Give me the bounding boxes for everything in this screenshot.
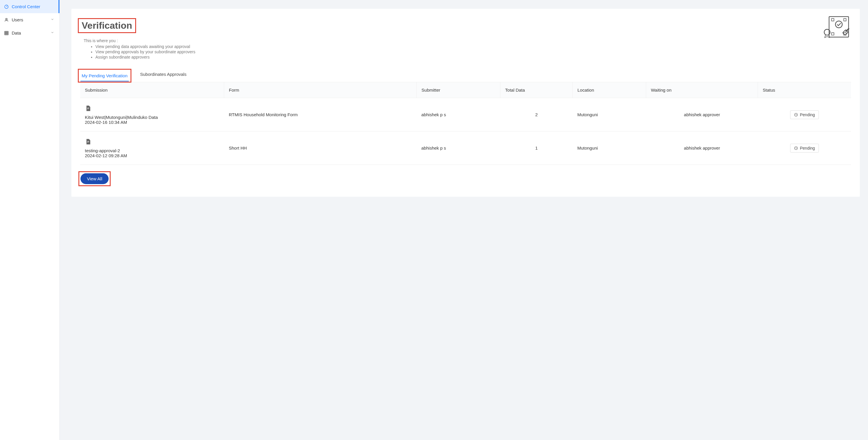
view-all-label: View All [87,176,102,181]
cell-location: Mutonguni [573,131,646,165]
col-total-data: Total Data [500,82,573,98]
intro-item: Assign subordinate approvers [95,55,195,59]
verification-card: Verification This is where you : View pe… [71,9,860,197]
main-content: Verification This is where you : View pe… [60,0,868,440]
intro-lead: This is where you : [84,38,195,43]
view-all-highlight: View All [79,171,111,186]
status-label: Pending [800,146,815,150]
cell-submitter: abhishek p s [417,131,500,165]
table-row[interactable]: testing-approval-2 2024-02-12 09:28 AM S… [80,131,851,165]
verification-hero-icon [822,14,851,41]
cell-location: Mutonguni [573,98,646,131]
sidebar-item-label: Control Center [12,4,40,9]
clock-icon [794,146,798,150]
status-label: Pending [800,112,815,117]
svg-rect-2 [5,31,8,35]
tabs: My Pending Verification Subordinates App… [80,69,851,82]
col-status: Status [758,82,851,98]
tab-label: Subordinates Approvals [140,72,186,77]
intro-item: View pending data approvals awaiting you… [95,44,195,49]
svg-rect-11 [87,142,89,142]
table-header-row: Submission Form Submitter Total Data Loc… [80,82,851,98]
sidebar-item-label: Data [12,30,21,35]
svg-rect-3 [829,17,849,37]
submission-date: 2024-02-16 10:34 AM [85,120,219,125]
dashboard-icon [4,4,9,9]
intro-item: View pending approvals by your subordina… [95,50,195,54]
clock-icon [794,113,798,117]
sidebar-item-users[interactable]: Users [0,13,59,26]
tab-subordinates-approvals[interactable]: Subordinates Approvals [139,69,188,82]
col-location: Location [573,82,646,98]
cell-total-data: 1 [500,131,573,165]
submission-title: Kitui West|Mutonguni|Mulinduko Data [85,115,219,120]
cell-submitter: abhishek p s [417,98,500,131]
col-waiting-on: Waiting on [646,82,758,98]
page-title-highlight: Verification [78,18,136,33]
cell-waiting-on: abhishek approver [646,131,758,165]
table-row[interactable]: Kitui West|Mutonguni|Mulinduko Data 2024… [80,98,851,131]
sidebar-item-label: Users [12,17,23,22]
cell-waiting-on: abhishek approver [646,98,758,131]
col-submitter: Submitter [417,82,500,98]
tab-my-pending-verification[interactable]: My Pending Verification [81,70,129,81]
intro-block: This is where you : View pending data ap… [84,38,195,59]
page-title: Verification [82,20,132,31]
tab-highlight: My Pending Verification [78,69,131,83]
cell-form: Short HH [224,131,417,165]
chevron-down-icon [51,18,54,22]
cell-form: RTMIS Household Monitoring Form [224,98,417,131]
file-icon [85,138,219,146]
file-icon [85,105,219,113]
tab-label: My Pending Verification [82,73,128,78]
user-icon [4,18,9,22]
verification-table: Submission Form Submitter Total Data Loc… [80,82,851,165]
sidebar: Control Center Users Data [0,0,60,440]
col-form: Form [224,82,417,98]
status-badge: Pending [790,144,818,152]
sidebar-item-data[interactable]: Data [0,26,59,39]
svg-point-4 [836,21,842,28]
view-all-button[interactable]: View All [81,173,108,184]
submission-date: 2024-02-12 09:28 AM [85,153,219,158]
cell-total-data: 2 [500,98,573,131]
sidebar-item-control-center[interactable]: Control Center [0,0,59,13]
svg-rect-8 [87,109,89,109]
grid-icon [4,31,9,35]
col-submission: Submission [80,82,224,98]
chevron-down-icon [51,31,54,35]
submission-title: testing-approval-2 [85,148,219,153]
status-badge: Pending [790,110,818,119]
svg-point-1 [6,18,7,20]
